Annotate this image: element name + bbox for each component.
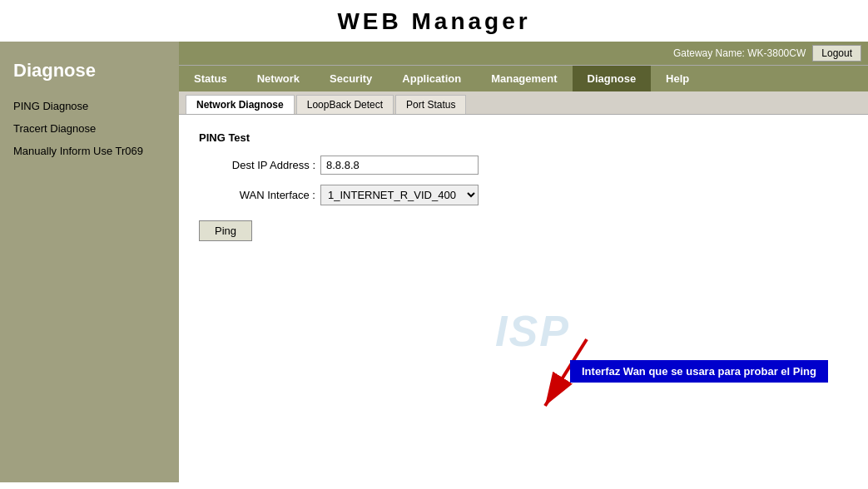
- nav-bar: Status Network Security Application Mana…: [179, 65, 868, 91]
- wan-interface-select[interactable]: 1_INTERNET_R_VID_400: [320, 185, 479, 205]
- main-layout: Diagnose PING Diagnose Tracert Diagnose …: [0, 42, 868, 482]
- page-title: WEB Manager: [0, 0, 868, 42]
- nav-item-help[interactable]: Help: [651, 66, 704, 91]
- tooltip-text: Interfaz Wan que se usara para probar el…: [582, 365, 816, 378]
- nav-item-management[interactable]: Management: [476, 66, 572, 91]
- wan-interface-label: WAN Interface :: [199, 189, 315, 201]
- logout-button[interactable]: Logout: [812, 45, 861, 62]
- wan-interface-row: WAN Interface : 1_INTERNET_R_VID_400: [199, 185, 848, 205]
- dest-ip-input[interactable]: [320, 156, 479, 175]
- ping-test-title: PING Test: [199, 131, 848, 144]
- gateway-name: Gateway Name: WK-3800CW: [673, 47, 806, 59]
- nav-item-security[interactable]: Security: [315, 66, 387, 91]
- sidebar-title: Diagnose: [0, 50, 179, 95]
- subnav-port-status[interactable]: Port Status: [395, 95, 466, 114]
- nav-item-network[interactable]: Network: [242, 66, 315, 91]
- watermark-text: ISP: [495, 306, 570, 356]
- subnav-loopback[interactable]: LoopBack Detect: [296, 95, 394, 114]
- sub-nav: Network Diagnose LoopBack Detect Port St…: [179, 91, 868, 115]
- sidebar-item-tr069[interactable]: Manually Inform Use Tr069: [0, 140, 179, 162]
- right-panel: Gateway Name: WK-3800CW Logout Status Ne…: [179, 42, 868, 482]
- top-bar: Gateway Name: WK-3800CW Logout: [179, 42, 868, 65]
- sidebar-item-tracert[interactable]: Tracert Diagnose: [0, 117, 179, 140]
- nav-item-application[interactable]: Application: [387, 66, 476, 91]
- nav-item-status[interactable]: Status: [179, 66, 242, 91]
- dest-ip-row: Dest IP Address :: [199, 156, 848, 175]
- ping-button-row: Ping: [199, 215, 848, 241]
- tooltip-box: Interfaz Wan que se usara para probar el…: [570, 360, 828, 383]
- subnav-network-diagnose[interactable]: Network Diagnose: [186, 95, 295, 114]
- nav-item-diagnose[interactable]: Diagnose: [573, 66, 652, 91]
- dest-ip-label: Dest IP Address :: [199, 159, 315, 171]
- sidebar-item-ping[interactable]: PING Diagnose: [0, 95, 179, 117]
- content-area: PING Test Dest IP Address : WAN Interfac…: [179, 115, 868, 482]
- ping-button[interactable]: Ping: [199, 220, 252, 241]
- sidebar: Diagnose PING Diagnose Tracert Diagnose …: [0, 42, 179, 482]
